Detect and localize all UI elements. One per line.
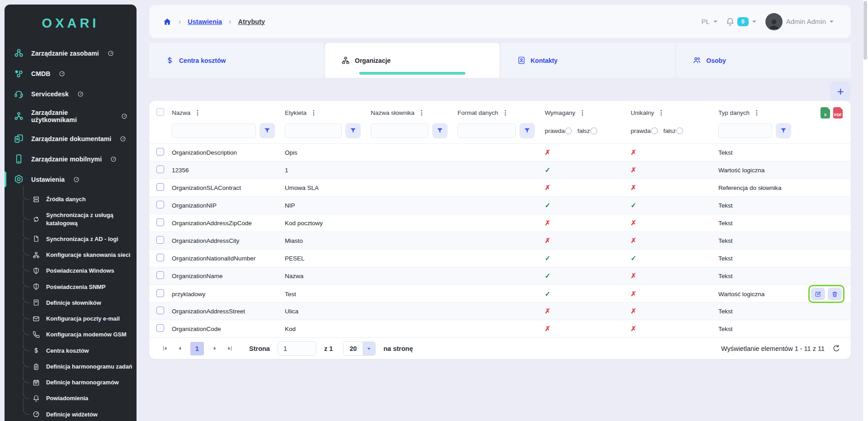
sidebar-subitem-poświadczenia-windows[interactable]: Poświadczenia Windows: [21, 263, 137, 279]
refresh-icon[interactable]: [832, 344, 841, 353]
page-number-input[interactable]: [278, 341, 316, 356]
current-page-button[interactable]: 1: [190, 342, 204, 355]
sidebar-item-zarządzanie-dokumentami[interactable]: Zarządzanie dokumentami: [5, 128, 137, 149]
table-row[interactable]: 123561✓✗Wartość logiczna: [149, 161, 851, 179]
dollar-icon: [33, 347, 40, 354]
chevron-down-icon[interactable]: [750, 18, 758, 25]
sidebar-subitem-konfiguracja-modemów-gsm[interactable]: Konfiguracja modemów GSM: [21, 326, 137, 342]
table-row[interactable]: OrganizationNameNazwa✓✗Tekst: [149, 267, 851, 284]
filter-input-typ-danych[interactable]: [718, 123, 772, 138]
radio-true[interactable]: [565, 128, 572, 134]
column-menu-icon[interactable]: ⋮: [754, 109, 760, 116]
column-menu-icon[interactable]: ⋮: [658, 109, 665, 116]
row-checkbox[interactable]: [156, 254, 164, 261]
edit-row-button[interactable]: [811, 288, 825, 300]
sidebar-subitem-synchronizacja-z-usługą-katalogową[interactable]: Synchronizacja z usługą katalogową: [21, 207, 137, 231]
table-row[interactable]: OrganizationCodeKod✗✗Tekst: [149, 320, 851, 337]
radio-true[interactable]: [651, 128, 658, 134]
table-row[interactable]: OrganizationSLAContractUmowa SLA✗✗Refere…: [149, 179, 851, 196]
table-row[interactable]: OrganizationNationalIdNumberPESEL✓✓Tekst: [149, 249, 851, 267]
select-all-checkbox[interactable]: [156, 108, 164, 116]
sidebar-subitem-synchronizacja-z-ad-logi[interactable]: Synchronizacja z AD - logi: [21, 231, 137, 247]
sidebar-subitem-definicje-widżetów[interactable]: Definicje widżetów: [21, 407, 137, 421]
table-row[interactable]: OrganizationAddressZipCodeKod pocztowy✗✗…: [149, 214, 851, 232]
sidebar-subitem-poświadczenia-snmp[interactable]: Poświadczenia SNMP: [21, 279, 137, 295]
filter-funnel-button[interactable]: [432, 123, 448, 138]
row-checkbox[interactable]: [156, 289, 164, 297]
sidebar-subitem-definicje-harmonogramów[interactable]: Definicje harmonogramów: [21, 374, 137, 390]
sidebar-subitem-definicja-harmonogramu-zadań[interactable]: Definicja harmonogramu zadań: [21, 359, 137, 374]
table-row[interactable]: przykladowyTest✓✗Wartość logiczna: [149, 284, 851, 302]
next-page-icon[interactable]: [209, 343, 220, 354]
column-menu-icon[interactable]: ⋮: [579, 109, 585, 116]
sidebar-item-cmdb[interactable]: CMDB: [5, 63, 137, 84]
column-menu-icon[interactable]: ⋮: [419, 109, 425, 116]
sidebar-subitem-centra-kosztów[interactable]: Centra kosztów: [21, 343, 137, 359]
sidebar-item-zarządzanie-zasobami[interactable]: Zarządzanie zasobami: [5, 43, 137, 63]
row-checkbox[interactable]: [156, 324, 164, 332]
tab-centra-kosztów[interactable]: Centra kosztów: [149, 43, 324, 78]
column-menu-icon[interactable]: ⋮: [502, 109, 509, 116]
table-row[interactable]: OrganizationAddressCityMiasto✗✗Tekst: [149, 232, 851, 249]
avatar[interactable]: [765, 13, 783, 30]
sidebar-subitem-powiadomienia[interactable]: Powiadomienia: [21, 390, 137, 406]
column-header-wymagany: Wymagany⋮: [545, 109, 631, 116]
table-row[interactable]: OrganizationAddressStreetUlica✗✗Tekst: [149, 302, 851, 320]
sidebar-item-servicedesk[interactable]: Servicedesk: [5, 84, 137, 104]
filter-input-etykieta[interactable]: [285, 123, 342, 138]
scrollbar-thumb[interactable]: [863, 1, 867, 60]
delete-row-button[interactable]: [828, 288, 842, 300]
row-checkbox[interactable]: [156, 166, 164, 173]
radio-false[interactable]: [590, 128, 597, 134]
chevron-down-icon[interactable]: [828, 18, 835, 25]
sidebar-item-zarządzanie-mobilnymi[interactable]: Zarządzanie mobilnymi: [5, 149, 137, 169]
column-header-label: Nazwa: [172, 109, 190, 116]
notifications-bell-icon[interactable]: [726, 17, 735, 26]
filter-funnel-button[interactable]: [259, 123, 275, 138]
tab-organizacje[interactable]: Organizacje: [325, 43, 500, 78]
sidebar-subitem-konfiguracje-skanowania-sieci[interactable]: Konfiguracje skanowania sieci: [21, 247, 137, 263]
add-attribute-button[interactable]: +: [830, 82, 851, 101]
tab-kontakty[interactable]: Kontakty: [501, 43, 675, 78]
radio-false[interactable]: [676, 128, 683, 134]
sidebar-subitem-konfiguracja-poczty-e-mail[interactable]: Konfiguracja poczty e-mail: [21, 311, 137, 326]
last-page-icon[interactable]: [224, 343, 235, 354]
row-checkbox[interactable]: [156, 271, 164, 279]
row-checkbox[interactable]: [156, 307, 164, 314]
cross-icon: ✗: [631, 166, 637, 174]
home-icon[interactable]: [163, 17, 172, 26]
table-row[interactable]: OrganizationNIPNIP✓✓Tekst: [149, 196, 851, 214]
row-checkbox[interactable]: [156, 201, 164, 208]
tab-osoby[interactable]: Osoby: [676, 43, 851, 78]
filter-cell-unikalny: prawdafałsz: [631, 128, 718, 134]
filter-funnel-button[interactable]: [776, 123, 791, 138]
chevron-down-icon[interactable]: [712, 18, 719, 25]
sidebar-item-zarządzanie-użytkownikami[interactable]: Zarządzanie użytkownikami: [5, 104, 137, 128]
previous-page-icon[interactable]: [174, 343, 185, 354]
sidebar-subitem-definicje-słowników[interactable]: Definicje słowników: [21, 295, 137, 311]
page-scrollbar[interactable]: [863, 0, 868, 421]
user-name[interactable]: Admin Admin: [786, 18, 826, 25]
notification-count-badge[interactable]: 0: [737, 17, 749, 26]
filter-funnel-button[interactable]: [345, 123, 361, 138]
filter-input-nazwa-słownika[interactable]: [371, 123, 429, 138]
filter-input-nazwa[interactable]: [172, 123, 256, 138]
cell-unikalny: ✓: [631, 254, 718, 262]
row-checkbox[interactable]: [156, 148, 164, 156]
page-size-select[interactable]: 20: [343, 341, 376, 356]
breadcrumb-link-ustawienia[interactable]: Ustawienia: [188, 18, 222, 25]
breadcrumb-link-atrybuty[interactable]: Atrybuty: [238, 18, 265, 25]
language-selector[interactable]: PL: [702, 18, 710, 25]
filter-input-format-danych[interactable]: [458, 123, 516, 138]
first-page-icon[interactable]: [159, 343, 170, 354]
column-menu-icon[interactable]: ⋮: [311, 109, 317, 116]
row-checkbox[interactable]: [156, 236, 164, 244]
export-excel-icon[interactable]: X: [821, 107, 830, 118]
export-pdf-icon[interactable]: PDF: [833, 107, 843, 118]
table-row[interactable]: OrganizationDescriptionOpis✗✗Tekst: [149, 143, 851, 161]
filter-funnel-button[interactable]: [519, 123, 535, 138]
sidebar-subitem-źródła-danych[interactable]: Źródła danych: [21, 191, 137, 207]
column-menu-icon[interactable]: ⋮: [194, 109, 201, 116]
row-checkbox[interactable]: [156, 218, 164, 226]
row-checkbox[interactable]: [156, 183, 164, 191]
